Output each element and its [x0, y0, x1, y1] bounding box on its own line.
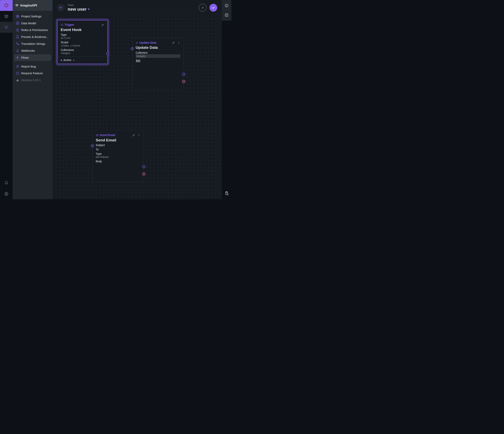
globe-icon [16, 14, 19, 18]
sidebar-label: Webhooks [21, 49, 35, 53]
svg-point-4 [17, 6, 17, 7]
gear-icon [4, 25, 8, 29]
topbar: Flows new user [53, 0, 222, 15]
update-success-port[interactable] [182, 73, 185, 76]
field-value: markdown [96, 155, 140, 159]
info-icon[interactable] [225, 4, 228, 8]
more-vert-icon[interactable] [177, 41, 180, 44]
hexagon-icon [4, 3, 8, 7]
flow-canvas[interactable]: Trigger Event Hook Type action Scope ite… [53, 15, 222, 199]
node-title: Send Email [96, 138, 140, 142]
check-small-icon [143, 166, 144, 168]
sidebar-item-presets[interactable]: Presets & Bookmar... [14, 34, 51, 40]
sidebar-label: Translation Strings [21, 42, 45, 46]
cancel-button[interactable] [199, 4, 206, 11]
field-label: Subject [96, 144, 140, 147]
icon-rail [0, 0, 13, 199]
field-label: To [96, 148, 140, 151]
clipboard-history-icon[interactable] [225, 191, 228, 195]
rail-item-dashboard[interactable] [0, 11, 13, 22]
rabbit-icon [16, 78, 19, 82]
user-circle-icon [4, 192, 8, 196]
email-input-port[interactable] [91, 144, 94, 148]
sidebar-item-request-feature[interactable]: Request Feature [14, 70, 51, 77]
trigger-success-port[interactable] [106, 52, 109, 55]
field-label: Scope [61, 41, 104, 44]
svg-point-7 [17, 30, 18, 30]
node-title: Update Data [136, 45, 180, 50]
arrow-left-icon [59, 6, 63, 9]
update-input-port[interactable] [131, 47, 134, 50]
back-button[interactable] [57, 4, 64, 11]
more-vert-icon[interactable] [137, 133, 141, 137]
close-icon [201, 6, 204, 9]
breadcrumb[interactable]: Flows [68, 4, 196, 7]
bug-icon [16, 65, 19, 68]
status-dot-icon [61, 59, 62, 61]
update-data-node[interactable]: Update Data Update Data Collection image… [132, 38, 183, 90]
field-label: Type [96, 152, 140, 156]
field-label: Collection [136, 51, 180, 54]
svg-point-17 [139, 135, 139, 135]
logo-button[interactable] [0, 0, 13, 11]
field-label: Collections [61, 48, 104, 52]
bolt-icon [16, 56, 19, 59]
sidebar-item-project-settings[interactable]: Project Settings [14, 13, 51, 19]
wifi-icon [15, 4, 18, 7]
svg-point-0 [6, 5, 7, 6]
edit-icon[interactable] [172, 41, 175, 44]
sidebar-label: Roles & Permissions [21, 28, 48, 32]
field-value: items.create [61, 44, 104, 47]
rail-item-notifications[interactable] [0, 177, 13, 188]
svg-point-8 [17, 49, 18, 50]
edit-icon[interactable] [101, 23, 105, 27]
sidebar-item-webhooks[interactable]: Webhooks [14, 48, 51, 54]
alert-gear-icon [16, 71, 19, 75]
field-value: action [61, 36, 104, 40]
sidebar-label: Project Settings [21, 15, 42, 18]
trigger-node[interactable]: Trigger Event Hook Type action Scope ite… [57, 20, 108, 64]
node-type-label: Send Email [99, 133, 115, 137]
svg-point-14 [179, 43, 179, 44]
update-fail-port[interactable] [182, 80, 185, 83]
field-value: images [136, 54, 180, 58]
node-type-label: Trigger [64, 23, 74, 27]
trigger-icon [61, 24, 63, 26]
svg-point-3 [6, 193, 7, 194]
cube-icon [4, 14, 8, 18]
field-label: Type [61, 33, 104, 36]
field-value: images [61, 52, 104, 55]
email-fail-port[interactable] [142, 172, 145, 176]
status-label: Active [63, 58, 71, 62]
checklist-icon[interactable] [225, 13, 228, 17]
x-small-icon [183, 81, 184, 82]
x-small-icon [143, 173, 144, 175]
sidebar-item-roles[interactable]: Roles & Permissions [14, 27, 51, 33]
rail-item-account[interactable] [0, 188, 13, 199]
node-type-label: Update Data [139, 41, 156, 44]
rail-item-settings[interactable] [0, 22, 13, 33]
sidebar-item-report-bug[interactable]: Report Bug [14, 63, 51, 70]
right-rail [222, 0, 232, 199]
sidebar-label: Report Bug [21, 65, 36, 68]
port-dot-icon [132, 48, 133, 49]
settings-sidebar: ImagineAPI Project Settings Data Model R… [13, 0, 53, 199]
sidebar-item-translations[interactable]: Translation Strings [14, 41, 51, 47]
trigger-status-toggle[interactable]: Active [58, 56, 108, 63]
list-box-icon [16, 21, 19, 25]
email-success-port[interactable] [142, 165, 145, 168]
anchor-icon [16, 49, 19, 53]
edit-icon[interactable] [132, 133, 135, 137]
confirm-button[interactable] [209, 4, 217, 11]
port-dot-icon [92, 145, 93, 146]
send-email-node[interactable]: Send Email Send Email Subject To Type ma… [92, 131, 144, 182]
svg-point-18 [139, 136, 139, 136]
bell-icon [4, 181, 8, 185]
project-header[interactable]: ImagineAPI [13, 0, 53, 11]
sidebar-item-data-model[interactable]: Data Model [14, 20, 51, 27]
sidebar-item-flows[interactable]: Flows [14, 54, 51, 61]
sidebar-label: Directus 9.23.1 [21, 79, 41, 82]
page-title: new user [68, 7, 87, 12]
svg-point-13 [179, 43, 179, 43]
svg-point-9 [17, 66, 18, 68]
